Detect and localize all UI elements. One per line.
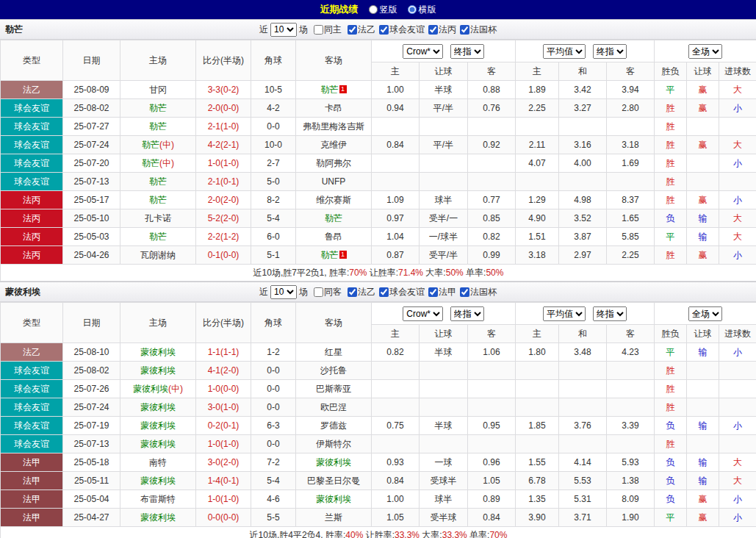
vertical-radio-input[interactable] bbox=[369, 5, 378, 14]
team-link[interactable]: 蒙彼利埃 bbox=[316, 457, 351, 467]
score-halftime[interactable]: 2-0(2-0) bbox=[196, 191, 251, 209]
match-count-select[interactable]: 10 bbox=[270, 285, 297, 299]
same-venue-checkbox[interactable]: 同客 bbox=[314, 286, 342, 298]
score-halftime[interactable]: 0-0(0-0) bbox=[196, 509, 251, 527]
team-link[interactable]: 蒙彼利埃 bbox=[140, 476, 176, 486]
team-link[interactable]: 欧巴涅 bbox=[320, 402, 347, 412]
league-checkbox-input[interactable] bbox=[348, 25, 357, 35]
score-halftime[interactable]: 1-1(1-1) bbox=[196, 343, 251, 362]
score-halftime[interactable]: 2-0(0-0) bbox=[196, 99, 251, 118]
scope-select[interactable]: 全场 bbox=[688, 306, 722, 321]
team-link[interactable]: 甘冈 bbox=[149, 85, 167, 95]
avg-odds-select[interactable]: 平均值 bbox=[543, 306, 586, 321]
same-venue-checkbox-input[interactable] bbox=[314, 287, 323, 297]
team-link[interactable]: 勒芒 bbox=[321, 85, 339, 95]
odds-stage-select[interactable]: 终指 bbox=[450, 44, 484, 59]
league-checkbox[interactable]: 法乙 bbox=[348, 24, 375, 36]
team-link[interactable]: 红星 bbox=[325, 347, 342, 357]
result-goals: 小 bbox=[719, 509, 756, 527]
score-halftime[interactable]: 1-0(1-0) bbox=[196, 154, 251, 173]
score-halftime[interactable]: 2-2(1-2) bbox=[196, 228, 251, 246]
layout-radio-vertical[interactable]: 竖版 bbox=[369, 4, 397, 16]
team-link[interactable]: 克维伊 bbox=[320, 140, 347, 150]
team-link[interactable]: 勒阿弗尔 bbox=[316, 158, 351, 168]
team-link[interactable]: 孔卡诺 bbox=[145, 213, 171, 223]
team-link[interactable]: 勒芒 bbox=[321, 250, 339, 260]
team-link[interactable]: 勒芒 bbox=[149, 195, 167, 205]
layout-radio-horizontal[interactable]: 横版 bbox=[408, 4, 436, 16]
home-team: 蒙彼利埃 bbox=[120, 509, 196, 527]
horizontal-radio-input[interactable] bbox=[408, 5, 417, 14]
score-halftime[interactable]: 0-1(0-0) bbox=[196, 246, 251, 265]
team-link[interactable]: 蒙彼利埃 bbox=[140, 512, 176, 523]
team-link[interactable]: 勒芒 bbox=[325, 213, 342, 223]
score-halftime[interactable]: 3-0(1-0) bbox=[196, 398, 251, 417]
team-link[interactable]: 维尔赛斯 bbox=[316, 195, 351, 205]
team-link[interactable]: 布雷斯特 bbox=[140, 494, 176, 504]
team-link[interactable]: 鲁昂 bbox=[325, 232, 342, 242]
league-checkbox[interactable]: 法国杯 bbox=[460, 286, 497, 298]
team-link[interactable]: 巴斯蒂亚 bbox=[316, 384, 351, 394]
team-link[interactable]: 蒙彼利埃 bbox=[140, 402, 176, 412]
team-link[interactable]: 兰斯 bbox=[325, 512, 342, 523]
result-wdl: 胜 bbox=[655, 380, 687, 398]
team-link[interactable]: 罗德兹 bbox=[320, 420, 347, 431]
league-checkbox-input[interactable] bbox=[460, 25, 469, 35]
score-halftime[interactable]: 4-2(2-1) bbox=[196, 136, 251, 154]
score-halftime[interactable]: 1-0(0-0) bbox=[196, 380, 251, 398]
league-checkbox-input[interactable] bbox=[379, 287, 389, 297]
league-checkbox[interactable]: 法甲 bbox=[428, 286, 456, 298]
scope-select[interactable]: 全场 bbox=[688, 44, 722, 59]
score-halftime[interactable]: 3-0(2-0) bbox=[196, 453, 251, 472]
score-halftime[interactable]: 4-1(2-0) bbox=[196, 362, 251, 380]
team-link[interactable]: 勒芒 bbox=[142, 140, 159, 150]
team-link[interactable]: 蒙彼利埃 bbox=[140, 439, 176, 449]
score-halftime[interactable]: 2-1(1-0) bbox=[196, 118, 251, 136]
avg-stage-select[interactable]: 终指 bbox=[593, 44, 627, 59]
team-link[interactable]: 蒙彼利埃 bbox=[133, 384, 168, 394]
league-checkbox-input[interactable] bbox=[348, 287, 357, 297]
league-checkbox-input[interactable] bbox=[428, 25, 438, 35]
score-halftime[interactable]: 5-2(2-0) bbox=[196, 209, 251, 228]
league-checkbox-input[interactable] bbox=[460, 287, 469, 297]
team-link[interactable]: 沙托鲁 bbox=[320, 365, 347, 376]
score-halftime[interactable]: 3-3(0-2) bbox=[196, 81, 251, 99]
score-halftime[interactable]: 1-4(0-1) bbox=[196, 472, 251, 490]
team-link[interactable]: 勒芒 bbox=[149, 103, 167, 113]
team-link[interactable]: 勒芒 bbox=[142, 158, 159, 168]
team-link[interactable]: 南特 bbox=[149, 457, 167, 467]
team-link[interactable]: 勒芒 bbox=[149, 121, 167, 132]
match-count-select[interactable]: 10 bbox=[270, 23, 297, 37]
league-checkbox[interactable]: 法乙 bbox=[348, 286, 375, 298]
team-link[interactable]: 蒙彼利埃 bbox=[316, 494, 351, 504]
odds-company-select[interactable]: Crow* bbox=[403, 44, 443, 59]
team-link[interactable]: 蒙彼利埃 bbox=[140, 420, 176, 431]
score-halftime[interactable]: 1-0(1-0) bbox=[196, 490, 251, 509]
score-halftime[interactable]: 0-2(0-1) bbox=[196, 417, 251, 435]
team-link[interactable]: 蒙彼利埃 bbox=[140, 365, 176, 376]
odds-company-select[interactable]: Crow* bbox=[403, 306, 443, 321]
score-halftime[interactable]: 2-1(0-1) bbox=[196, 173, 251, 191]
score-halftime[interactable]: 1-0(1-0) bbox=[196, 435, 251, 453]
avg-stage-select[interactable]: 终指 bbox=[593, 306, 627, 321]
league-checkbox[interactable]: 球会友谊 bbox=[379, 286, 425, 298]
team-link[interactable]: 瓦朗谢纳 bbox=[140, 250, 176, 260]
same-venue-checkbox[interactable]: 同主 bbox=[314, 24, 342, 36]
team-link[interactable]: 伊斯特尔 bbox=[316, 439, 351, 449]
team-link[interactable]: 巴黎圣日尔曼 bbox=[307, 476, 360, 486]
avg-odds-select[interactable]: 平均值 bbox=[543, 44, 586, 59]
league-checkbox-input[interactable] bbox=[379, 25, 389, 35]
team-link[interactable]: UNFP bbox=[322, 176, 346, 187]
team-link[interactable]: 卡昂 bbox=[325, 103, 342, 113]
league-checkbox-input[interactable] bbox=[428, 287, 438, 297]
team-link[interactable]: 勒芒 bbox=[149, 232, 167, 242]
same-venue-checkbox-input[interactable] bbox=[314, 25, 323, 35]
team-link[interactable]: 勒芒 bbox=[149, 176, 167, 187]
league-type-badge: 法甲 bbox=[1, 472, 63, 490]
odds-stage-select[interactable]: 终指 bbox=[450, 306, 484, 321]
league-checkbox[interactable]: 法国杯 bbox=[460, 24, 497, 36]
league-checkbox[interactable]: 球会友谊 bbox=[379, 24, 425, 36]
team-link[interactable]: 弗勒里梅洛吉斯 bbox=[303, 121, 364, 132]
team-link[interactable]: 蒙彼利埃 bbox=[140, 347, 176, 357]
league-checkbox[interactable]: 法丙 bbox=[428, 24, 456, 36]
